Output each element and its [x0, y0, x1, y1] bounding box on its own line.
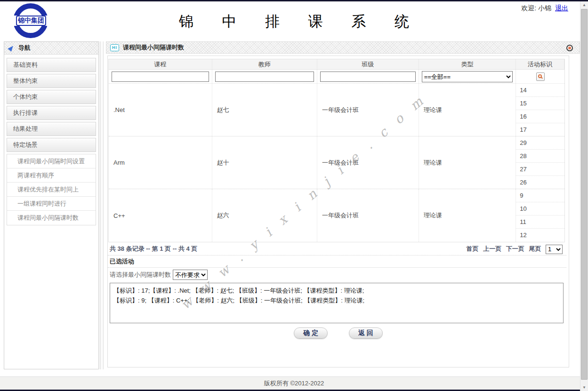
vertical-scrollbar[interactable]: ▲ ▼ — [580, 1, 588, 391]
magnifier-glyph — [538, 74, 542, 78]
welcome-area: 欢迎: 小锦 退出 — [521, 4, 568, 13]
collapse-circle-icon[interactable] — [566, 45, 573, 51]
col-header-course: 课程 — [109, 59, 212, 69]
sidebar-item-individual-constraints[interactable]: 个体约束 — [7, 90, 96, 104]
panel-titlebar: HI 课程间最小间隔课时数 — [106, 41, 580, 54]
selected-activities-textarea[interactable]: 【标识】: 17;【课程】: .Net; 【老师】: 赵七; 【班级】: 一年级… — [110, 283, 564, 323]
button-row: 确 定 返 回 — [108, 327, 569, 339]
hi-badge-icon: HI — [110, 44, 119, 51]
sidebar: 导航 基础资料 整体约束 个体约束 执行排课 结果处理 特定场景 课程间最小间隔… — [4, 41, 99, 369]
cell-class: 一年级会计班 — [317, 189, 419, 242]
sidebar-header-label: 导航 — [18, 44, 31, 52]
activity-id-cell[interactable]: 9 — [516, 189, 564, 202]
sidebar-splitter[interactable] — [100, 41, 104, 369]
col-header-activity-id: 活动标识 — [516, 59, 564, 69]
confirm-button[interactable]: 确 定 — [294, 327, 328, 339]
cell-activity-ids: 14 15 16 17 — [516, 84, 564, 136]
logout-link[interactable]: 退出 — [555, 4, 568, 12]
sidebar-subitem-course-order[interactable]: 两课程有顺序 — [7, 168, 96, 183]
filter-teacher-input[interactable] — [215, 72, 314, 82]
interval-row: 请选择最小间隔课时数 不作要求 — [108, 268, 569, 282]
app-title: 锦 中 排 课 系 统 — [0, 12, 588, 32]
cell-course: C++ — [109, 189, 212, 242]
welcome-text: 欢迎: 小锦 — [521, 4, 551, 12]
interval-label: 请选择最小间隔课时数 — [110, 271, 171, 279]
pagination-links: 首页 上一页 下一页 尾页 1 — [464, 242, 563, 255]
record-summary: 共 38 条记录 -- 第 1 页 -- 共 4 页 — [110, 242, 197, 255]
sidebar-subitem-min-interval-periods[interactable]: 课程间最小间隔课时数 — [7, 211, 96, 225]
selected-activities-header: 已选活动 — [108, 255, 566, 268]
cell-course: .Net — [109, 84, 212, 136]
activity-id-cell[interactable]: 26 — [516, 176, 564, 189]
cell-teacher: 赵十 — [212, 136, 318, 189]
pagination-bar: 共 38 条记录 -- 第 1 页 -- 共 4 页 首页 上一页 下一页 尾页… — [108, 242, 566, 255]
activity-id-cell[interactable]: 12 — [516, 229, 564, 242]
sidebar-subitem-priority-time[interactable]: 课程优先排在某时间上 — [7, 183, 96, 197]
activities-table: 课程 教师 班级 类型 活动标识 ==全部== — [108, 59, 565, 242]
content-panel: 课程 教师 班级 类型 活动标识 ==全部== — [107, 56, 569, 367]
filter-type-select[interactable]: ==全部== — [422, 71, 513, 82]
sidebar-header: 导航 — [4, 42, 98, 55]
col-header-type: 类型 — [419, 59, 516, 69]
first-page-link[interactable]: 首页 — [467, 245, 479, 252]
cell-activity-ids: 9 10 11 12 — [516, 189, 564, 242]
activity-id-cell[interactable]: 28 — [516, 150, 564, 163]
filter-row: ==全部== — [109, 70, 564, 84]
table-row: C++ 赵六 一年级会计班 理论课 9 10 11 12 — [109, 189, 564, 242]
interval-select[interactable]: 不作要求 — [173, 270, 208, 280]
search-icon[interactable] — [536, 72, 545, 81]
sidebar-subitem-min-interval-time[interactable]: 课程间最小间隔时间设置 — [7, 154, 96, 168]
sidebar-item-global-constraints[interactable]: 整体约束 — [7, 74, 96, 88]
next-page-link[interactable]: 下一页 — [506, 245, 524, 252]
activity-id-cell[interactable]: 17 — [516, 123, 564, 136]
collapse-dot — [568, 47, 571, 49]
cell-type: 理论课 — [419, 136, 516, 189]
table-header-row: 课程 教师 班级 类型 活动标识 — [109, 59, 564, 70]
activity-id-cell[interactable]: 11 — [516, 215, 564, 229]
col-header-class: 班级 — [317, 59, 419, 69]
activity-id-cell[interactable]: 10 — [516, 202, 564, 215]
scroll-thumb[interactable] — [581, 9, 588, 380]
activity-id-cell[interactable]: 27 — [516, 163, 564, 176]
panel-title: 课程间最小间隔课时数 — [123, 43, 184, 52]
filter-class-input[interactable] — [320, 72, 416, 82]
scroll-up-arrow-icon[interactable]: ▲ — [580, 1, 588, 8]
scroll-down-arrow-icon[interactable]: ▼ — [580, 384, 588, 391]
main-panel: HI 课程间最小间隔课时数 课程 教师 班级 类型 活动标识 ==全部== — [106, 41, 580, 369]
cell-type: 理论课 — [419, 189, 516, 242]
header: 锦中集团 锦 中 排 课 系 统 欢迎: 小锦 退出 — [0, 1, 588, 41]
sidebar-item-basic-data[interactable]: 基础资料 — [7, 58, 96, 72]
activity-id-cell[interactable]: 29 — [516, 136, 564, 150]
copyright: 版权所有 ©2012-2022 — [264, 380, 324, 387]
sidebar-item-run-scheduling[interactable]: 执行排课 — [7, 106, 96, 120]
cell-activity-ids: 29 28 27 26 — [516, 136, 564, 189]
col-header-teacher: 教师 — [212, 59, 318, 69]
activity-id-cell[interactable]: 16 — [516, 110, 564, 123]
cell-teacher: 赵七 — [212, 84, 318, 136]
footer: 版权所有 ©2012-2022 — [0, 376, 588, 390]
sidebar-submenu: 课程间最小间隔时间设置 两课程有顺序 课程优先排在某时间上 一组课程同时进行 课… — [7, 154, 96, 225]
sidebar-item-special-scenarios[interactable]: 特定场景 — [7, 138, 96, 152]
sidebar-item-result-processing[interactable]: 结果处理 — [7, 122, 96, 136]
cell-teacher: 赵六 — [212, 189, 318, 242]
cell-course: Arm — [109, 136, 212, 189]
sidebar-subitem-simultaneous-group[interactable]: 一组课程同时进行 — [7, 197, 96, 211]
last-page-link[interactable]: 尾页 — [529, 245, 541, 252]
sidebar-menu: 基础资料 整体约束 个体约束 执行排课 结果处理 特定场景 课程间最小间隔时间设… — [4, 55, 98, 229]
page-select[interactable]: 1 — [546, 245, 563, 254]
paper-plane-icon — [8, 44, 15, 52]
filter-course-input[interactable] — [112, 72, 209, 82]
cell-class: 一年级会计班 — [317, 84, 419, 136]
table-row: Arm 赵十 一年级会计班 理论课 29 28 27 26 — [109, 136, 564, 189]
activity-id-cell[interactable]: 15 — [516, 97, 564, 110]
back-button[interactable]: 返 回 — [349, 327, 383, 339]
activity-id-cell[interactable]: 14 — [516, 84, 564, 97]
prev-page-link[interactable]: 上一页 — [483, 245, 501, 252]
table-row: .Net 赵七 一年级会计班 理论课 14 15 16 17 — [109, 84, 564, 136]
cell-type: 理论课 — [419, 84, 516, 136]
cell-class: 一年级会计班 — [317, 136, 419, 189]
